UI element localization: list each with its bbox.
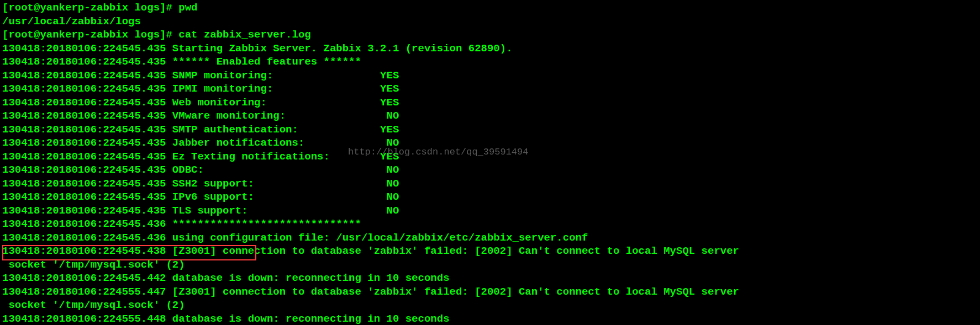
log-line: 130418:20180106:224545.436 using configu… <box>2 232 588 244</box>
log-line: socket '/tmp/mysql.sock' (2) <box>2 259 185 271</box>
log-line: 130418:20180106:224555.448 database is d… <box>2 313 450 325</box>
prompt-userhost: root@yankerp-zabbix <box>8 29 134 41</box>
log-line: 130418:20180106:224545.435 TLS support: … <box>2 205 399 217</box>
prompt-dir: logs <box>134 2 160 14</box>
pwd-output: /usr/local/zabbix/logs <box>2 15 141 28</box>
log-line: 130418:20180106:224545.435 SNMP monitori… <box>2 70 399 82</box>
prompt-line: [root@yankerp-zabbix logs]# cat zabbix_s… <box>2 29 311 41</box>
prompt-bracket-open: [ <box>2 2 8 14</box>
log-line: 130418:20180106:224545.435 VMware monito… <box>2 110 399 122</box>
log-line: 130418:20180106:224545.442 database is d… <box>2 272 450 284</box>
log-line: 130418:20180106:224555.447 [Z3001] conne… <box>2 286 739 298</box>
prompt-bracket-open: [ <box>2 29 8 41</box>
log-line: 130418:20180106:224545.435 SSH2 support:… <box>2 178 399 190</box>
log-line: 130418:20180106:224545.435 IPMI monitori… <box>2 83 399 95</box>
log-line: 130418:20180106:224545.435 Jabber notifi… <box>2 137 399 149</box>
log-line: 130418:20180106:224545.436 *************… <box>2 218 361 230</box>
prompt-bracket-close: ]# <box>160 2 178 14</box>
log-line: 130418:20180106:224545.435 Web monitorin… <box>2 97 399 109</box>
prompt-userhost: root@yankerp-zabbix <box>8 2 134 14</box>
prompt-dir: logs <box>134 29 160 41</box>
prompt-line: [root@yankerp-zabbix logs]# pwd <box>2 2 198 14</box>
log-line: 130418:20180106:224545.435 ****** Enable… <box>2 56 361 68</box>
command-text: cat zabbix_server.log <box>178 29 310 41</box>
log-line: 130418:20180106:224545.435 ODBC: NO <box>2 164 399 176</box>
log-line: 130418:20180106:224545.435 Starting Zabb… <box>2 42 513 55</box>
log-line: 130418:20180106:224545.435 IPv6 support:… <box>2 191 399 203</box>
prompt-bracket-close: ]# <box>160 29 178 41</box>
command-text: pwd <box>178 2 197 14</box>
log-line: socket '/tmp/mysql.sock' (2) <box>2 299 185 311</box>
log-line: 130418:20180106:224545.435 SMTP authenti… <box>2 124 399 136</box>
log-line: 130418:20180106:224545.435 Ez Texting no… <box>2 151 399 163</box>
log-line: 130418:20180106:224545.438 [Z3001] conne… <box>2 245 739 257</box>
terminal-output[interactable]: [root@yankerp-zabbix logs]# pwd /usr/loc… <box>0 0 980 325</box>
